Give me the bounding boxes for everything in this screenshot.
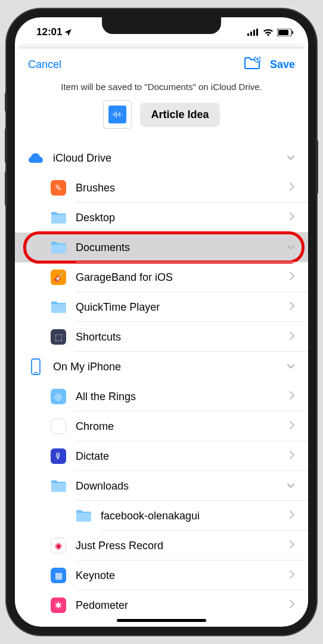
status-time: 12:01 xyxy=(36,26,62,38)
modal-stack-hint xyxy=(18,44,305,48)
chevron-down-icon xyxy=(287,481,295,491)
volume-up-button xyxy=(5,128,7,163)
row-downloads[interactable]: Downloads xyxy=(15,471,308,501)
folder-down-icon xyxy=(49,477,67,495)
row-on-my-iphone[interactable]: On My iPhone xyxy=(15,352,308,382)
app-chrome-icon: ◉ xyxy=(49,417,67,435)
screen: 12:01 Cancel Save Item will be saved to … xyxy=(15,17,308,627)
svg-rect-9 xyxy=(34,372,38,373)
app-jpr-icon: ◉ xyxy=(49,537,67,555)
row-dictate[interactable]: 🎙Dictate xyxy=(15,441,308,471)
modal-header: Cancel Save xyxy=(15,48,308,78)
row-label: Brushes xyxy=(76,182,289,194)
row-just-press-record[interactable]: ◉Just Press Record xyxy=(15,531,308,561)
notch xyxy=(102,17,221,34)
new-folder-icon xyxy=(244,57,260,70)
row-label: Desktop xyxy=(76,212,289,224)
row-label: All the Rings xyxy=(76,391,289,403)
row-label: iCloud Drive xyxy=(53,152,287,165)
svg-rect-3 xyxy=(256,29,258,36)
folder-plain-icon xyxy=(49,298,67,316)
row-desktop[interactable]: Desktop xyxy=(15,203,308,233)
chevron-right-icon xyxy=(289,540,295,552)
row-label: facebook-olenakagui xyxy=(101,510,289,522)
row-label: Documents xyxy=(76,242,287,254)
svg-rect-0 xyxy=(247,33,249,36)
row-label: Dictate xyxy=(76,450,289,463)
row-label: On My iPhone xyxy=(53,361,287,373)
row-label: Chrome xyxy=(76,420,289,433)
row-chrome[interactable]: ◉Chrome xyxy=(15,411,308,441)
chevron-down-icon xyxy=(287,153,295,163)
chevron-right-icon xyxy=(289,599,295,611)
row-garageband[interactable]: 🎸GarageBand for iOS xyxy=(15,262,308,292)
audio-icon xyxy=(108,106,126,123)
app-pedometer-icon: ✱ xyxy=(49,596,67,614)
wifi-icon xyxy=(263,29,274,36)
chevron-right-icon xyxy=(289,331,295,343)
phone-frame: 12:01 Cancel Save Item will be saved to … xyxy=(7,9,316,635)
chevron-right-icon xyxy=(289,182,295,194)
svg-rect-1 xyxy=(250,32,252,36)
mute-switch xyxy=(5,92,7,112)
chevron-right-icon xyxy=(289,212,295,224)
chevron-right-icon xyxy=(289,271,295,283)
row-shortcuts[interactable]: ⬚Shortcuts xyxy=(15,322,308,352)
folder-plain-icon xyxy=(74,507,92,525)
chevron-down-icon xyxy=(287,242,295,253)
chevron-right-icon xyxy=(289,301,295,313)
item-thumbnail xyxy=(103,100,132,129)
folder-cube-icon xyxy=(49,209,67,227)
save-button[interactable]: Save xyxy=(270,58,295,71)
app-garage-icon: 🎸 xyxy=(49,268,67,286)
app-brushes-icon: ✎ xyxy=(49,179,67,197)
item-preview: Article Idea xyxy=(15,100,308,143)
row-label: Downloads xyxy=(76,480,287,493)
home-indicator[interactable] xyxy=(117,619,206,622)
chevron-right-icon xyxy=(289,391,295,402)
svg-rect-5 xyxy=(278,30,288,35)
cellular-icon xyxy=(247,29,259,36)
save-location-subtitle: Item will be saved to "Documents" on iCl… xyxy=(15,78,308,100)
cancel-button[interactable]: Cancel xyxy=(28,58,61,71)
chevron-down-icon xyxy=(287,361,295,372)
new-folder-button[interactable] xyxy=(244,57,260,72)
row-label: Pedometer xyxy=(76,599,289,612)
row-facebook-folder[interactable]: facebook-olenakagui xyxy=(15,501,308,531)
folder-doc-icon xyxy=(49,239,67,256)
iphone-icon xyxy=(27,358,45,376)
volume-down-button xyxy=(5,171,7,206)
app-rings-icon: ◎ xyxy=(49,388,67,405)
row-label: GarageBand for iOS xyxy=(76,271,289,284)
row-pedometer[interactable]: ✱Pedometer xyxy=(15,590,308,620)
row-label: Keynote xyxy=(76,569,289,582)
row-keynote[interactable]: ▦Keynote xyxy=(15,561,308,590)
row-icloud-drive[interactable]: iCloud Drive xyxy=(15,143,308,173)
svg-rect-6 xyxy=(292,31,293,34)
chevron-right-icon xyxy=(289,569,295,581)
chevron-right-icon xyxy=(289,420,295,432)
filename-field[interactable]: Article Idea xyxy=(140,103,219,127)
app-shortcuts-icon: ⬚ xyxy=(49,328,67,346)
power-button xyxy=(316,140,318,194)
chevron-right-icon xyxy=(289,450,295,462)
app-keynote-icon: ▦ xyxy=(49,566,67,584)
app-dictate-icon: 🎙 xyxy=(49,447,67,465)
row-label: QuickTime Player xyxy=(76,301,289,314)
row-quicktime[interactable]: QuickTime Player xyxy=(15,292,308,322)
row-label: Just Press Record xyxy=(76,540,289,552)
chevron-right-icon xyxy=(289,510,295,522)
location-icon xyxy=(64,28,72,36)
row-all-the-rings[interactable]: ◎All the Rings xyxy=(15,382,308,411)
battery-icon xyxy=(277,29,294,36)
svg-rect-2 xyxy=(253,30,255,36)
row-label: Shortcuts xyxy=(76,331,289,343)
cloud-icon xyxy=(27,149,45,167)
location-list[interactable]: iCloud Drive✎BrushesDesktopDocuments🎸Gar… xyxy=(15,143,308,620)
row-brushes[interactable]: ✎Brushes xyxy=(15,173,308,203)
row-documents[interactable]: Documents xyxy=(15,233,308,262)
